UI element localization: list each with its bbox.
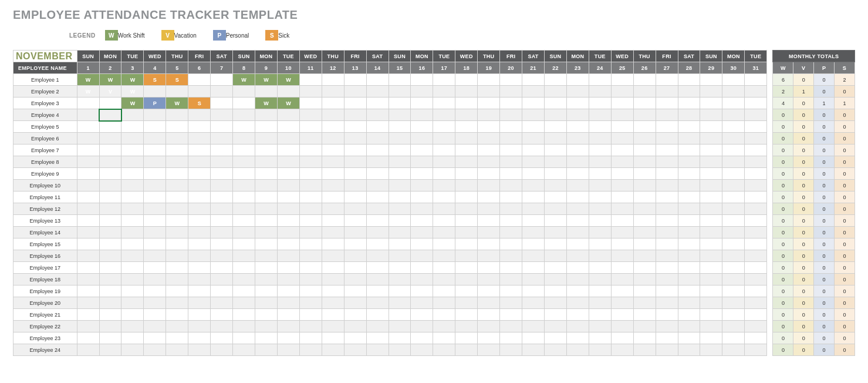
attendance-cell[interactable] — [678, 98, 700, 109]
attendance-cell[interactable] — [99, 309, 121, 321]
attendance-cell[interactable] — [455, 192, 478, 203]
attendance-cell[interactable] — [344, 332, 366, 344]
attendance-cell[interactable] — [656, 250, 678, 262]
attendance-cell[interactable] — [344, 133, 366, 145]
attendance-cell[interactable] — [144, 309, 166, 321]
attendance-cell[interactable] — [411, 285, 433, 297]
attendance-cell[interactable] — [411, 86, 433, 98]
attendance-cell[interactable] — [478, 321, 500, 332]
attendance-cell[interactable] — [166, 192, 188, 203]
attendance-cell[interactable] — [611, 180, 633, 192]
attendance-cell[interactable] — [188, 309, 211, 321]
attendance-cell[interactable]: W — [121, 98, 144, 109]
attendance-cell[interactable] — [478, 180, 500, 192]
attendance-cell[interactable] — [745, 215, 767, 227]
attendance-cell[interactable] — [500, 321, 522, 332]
attendance-cell[interactable] — [144, 215, 166, 227]
attendance-cell[interactable] — [255, 238, 278, 250]
attendance-cell[interactable] — [144, 321, 166, 332]
attendance-cell[interactable] — [722, 121, 745, 133]
attendance-cell[interactable] — [389, 332, 411, 344]
attendance-cell[interactable] — [389, 250, 411, 262]
attendance-cell[interactable] — [455, 332, 478, 344]
attendance-cell[interactable] — [745, 297, 767, 309]
attendance-cell[interactable]: W — [277, 74, 299, 86]
attendance-cell[interactable] — [633, 133, 656, 145]
attendance-cell[interactable] — [611, 192, 633, 203]
attendance-cell[interactable] — [678, 145, 700, 156]
attendance-cell[interactable] — [389, 227, 411, 238]
attendance-cell[interactable] — [255, 145, 278, 156]
attendance-cell[interactable] — [344, 145, 366, 156]
attendance-cell[interactable] — [188, 86, 211, 98]
attendance-cell[interactable] — [455, 109, 478, 121]
attendance-cell[interactable] — [322, 274, 344, 285]
attendance-cell[interactable] — [700, 180, 722, 192]
attendance-cell[interactable] — [344, 215, 366, 227]
employee-name-cell[interactable]: Employee 4 — [13, 109, 77, 121]
attendance-cell[interactable] — [633, 227, 656, 238]
attendance-cell[interactable] — [611, 168, 633, 180]
attendance-cell[interactable] — [99, 250, 121, 262]
attendance-cell[interactable] — [656, 98, 678, 109]
attendance-cell[interactable] — [522, 192, 545, 203]
attendance-cell[interactable] — [322, 203, 344, 215]
attendance-cell[interactable] — [411, 156, 433, 168]
attendance-cell[interactable] — [433, 121, 455, 133]
attendance-cell[interactable] — [121, 215, 144, 227]
attendance-cell[interactable] — [589, 121, 611, 133]
attendance-cell[interactable] — [166, 133, 188, 145]
attendance-cell[interactable] — [633, 98, 656, 109]
attendance-cell[interactable] — [700, 321, 722, 332]
attendance-cell[interactable] — [344, 309, 366, 321]
attendance-cell[interactable] — [99, 192, 121, 203]
attendance-cell[interactable] — [389, 121, 411, 133]
attendance-cell[interactable] — [121, 121, 144, 133]
attendance-cell[interactable] — [233, 180, 255, 192]
attendance-cell[interactable] — [722, 192, 745, 203]
attendance-cell[interactable] — [411, 250, 433, 262]
attendance-cell[interactable] — [411, 238, 433, 250]
attendance-cell[interactable] — [344, 192, 366, 203]
attendance-cell[interactable] — [366, 98, 389, 109]
attendance-cell[interactable] — [299, 203, 322, 215]
attendance-cell[interactable] — [144, 145, 166, 156]
attendance-cell[interactable] — [389, 274, 411, 285]
attendance-cell[interactable] — [389, 344, 411, 356]
attendance-cell[interactable] — [344, 74, 366, 86]
attendance-cell[interactable] — [478, 133, 500, 145]
employee-name-cell[interactable]: Employee 6 — [13, 133, 77, 145]
attendance-cell[interactable] — [722, 227, 745, 238]
attendance-cell[interactable] — [366, 203, 389, 215]
attendance-cell[interactable] — [478, 250, 500, 262]
attendance-cell[interactable] — [522, 98, 545, 109]
attendance-cell[interactable] — [99, 332, 121, 344]
attendance-cell[interactable] — [522, 215, 545, 227]
employee-name-cell[interactable]: Employee 23 — [13, 332, 77, 344]
attendance-cell[interactable] — [633, 238, 656, 250]
attendance-cell[interactable] — [656, 215, 678, 227]
attendance-cell[interactable] — [411, 74, 433, 86]
attendance-cell[interactable] — [366, 309, 389, 321]
attendance-cell[interactable] — [656, 121, 678, 133]
employee-name-cell[interactable]: Employee 19 — [13, 285, 77, 297]
attendance-cell[interactable] — [700, 297, 722, 309]
attendance-cell[interactable] — [656, 297, 678, 309]
attendance-cell[interactable] — [455, 274, 478, 285]
attendance-cell[interactable] — [522, 262, 545, 274]
attendance-cell[interactable] — [522, 168, 545, 180]
attendance-cell[interactable] — [455, 156, 478, 168]
attendance-cell[interactable] — [366, 145, 389, 156]
attendance-cell[interactable] — [277, 309, 299, 321]
attendance-cell[interactable] — [299, 109, 322, 121]
attendance-cell[interactable] — [700, 250, 722, 262]
attendance-cell[interactable] — [656, 168, 678, 180]
attendance-cell[interactable] — [77, 215, 99, 227]
attendance-cell[interactable] — [389, 309, 411, 321]
attendance-cell[interactable] — [389, 168, 411, 180]
attendance-cell[interactable] — [566, 98, 589, 109]
attendance-cell[interactable] — [433, 297, 455, 309]
attendance-cell[interactable] — [500, 262, 522, 274]
attendance-cell[interactable] — [678, 156, 700, 168]
attendance-cell[interactable] — [233, 98, 255, 109]
